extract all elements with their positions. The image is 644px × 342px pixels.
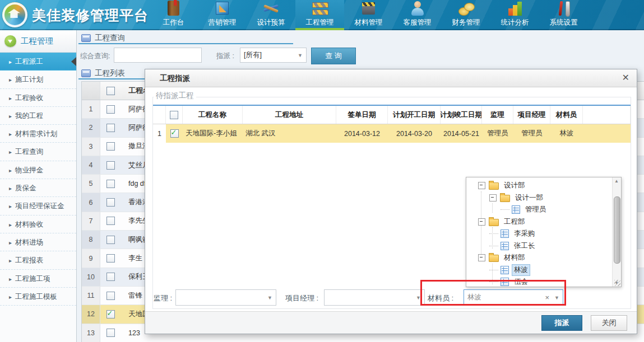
chevron-down-circle-icon [4, 35, 16, 47]
row-checkbox[interactable] [106, 292, 115, 300]
tree-node-label: 材料部 [502, 252, 527, 263]
sidebar-item-工程派工[interactable]: ▸工程派工 [0, 53, 76, 71]
app-logo-icon [2, 2, 27, 27]
supervisor-select[interactable] [175, 289, 276, 306]
scrollbar-thumb[interactable] [614, 196, 620, 264]
row-number: 2 [82, 119, 100, 137]
top-bar: 美佳装修管理平台 工作台营销管理设计预算工程管理材料管理客服管理财务管理统计分析… [0, 0, 644, 30]
select-all-checkbox[interactable] [106, 87, 115, 95]
sidebar-item-工程报表[interactable]: ▸工程报表 [0, 251, 76, 269]
tree-node-张工长[interactable]: 张工长 [466, 240, 612, 252]
nav-item-财务管理[interactable]: 财务管理 [442, 0, 490, 30]
sidebar-item-工程查询[interactable]: ▸工程查询 [0, 143, 76, 161]
list-panel-title-text: 工程列表 [95, 68, 125, 78]
row-checkbox-cell [100, 310, 121, 318]
sidebar-title: 工程管理 [21, 36, 53, 46]
row-checkbox[interactable] [106, 254, 115, 263]
manager-select[interactable] [324, 289, 425, 306]
assign-button[interactable]: 指派 [541, 315, 582, 331]
row-checkbox-cell [100, 198, 121, 207]
tree-node-工程部[interactable]: 工程部 [466, 216, 612, 228]
row-checkbox[interactable] [106, 329, 115, 337]
sidebar-item-label: 物业押金 [15, 166, 43, 174]
row-checkbox[interactable] [170, 129, 179, 138]
nav-item-系统设置[interactable]: 系统设置 [539, 0, 588, 30]
sidebar-item-工程施工模板[interactable]: ▸工程施工模板 [0, 288, 76, 306]
row-checkbox-cell [100, 292, 121, 300]
clear-icon[interactable] [545, 293, 549, 302]
sidebar-item-工程验收[interactable]: ▸工程验收 [0, 89, 76, 107]
sidebar-item-我的工程[interactable]: ▸我的工程 [0, 107, 76, 125]
pending-section-label: 待指派工程 [154, 91, 196, 101]
row-checkbox[interactable] [106, 198, 115, 207]
nav-item-工作台[interactable]: 工作台 [149, 0, 198, 30]
row-checkbox[interactable] [106, 142, 115, 151]
row-checkbox[interactable] [106, 124, 115, 132]
tree-node-伍会[interactable]: 伍会 [466, 276, 612, 287]
row-checkbox-cell [100, 161, 121, 170]
query-button[interactable]: 查 询 [311, 48, 356, 64]
material-staff-select[interactable]: 林波 [464, 289, 563, 306]
sidebar-item-工程施工项[interactable]: ▸工程施工项 [0, 270, 76, 288]
nav-item-营销管理[interactable]: 营销管理 [198, 0, 247, 30]
row-checkbox[interactable] [106, 236, 115, 244]
user-grid-icon [501, 242, 509, 250]
tree-node-管理员[interactable]: 管理员 [466, 204, 612, 216]
tree-node-设计部[interactable]: 设计部 [466, 180, 612, 192]
nav-item-客服管理[interactable]: 客服管理 [393, 0, 442, 30]
nav-item-label: 材料管理 [355, 18, 383, 27]
sidebar-item-材料进场[interactable]: ▸材料进场 [0, 233, 76, 251]
triangle-icon: ▸ [9, 203, 12, 209]
row-checkbox[interactable] [106, 217, 115, 225]
nav-item-统计分析[interactable]: 统计分析 [490, 0, 539, 30]
search-input[interactable] [114, 48, 202, 63]
nav-item-材料管理[interactable]: 材料管理 [344, 0, 393, 30]
sidebar-item-质保金[interactable]: ▸质保金 [0, 179, 76, 197]
resize-grip-icon[interactable] [614, 280, 620, 286]
dialog-header[interactable]: 工程指派 [145, 69, 637, 87]
nav-item-设计预算[interactable]: 设计预算 [247, 0, 295, 30]
tree-guide-line [492, 203, 493, 213]
sidebar-item-施工计划[interactable]: ▸施工计划 [0, 71, 76, 88]
tree-node-材料部[interactable]: 材料部 [466, 252, 612, 264]
sidebar-item-label: 工程施工项 [15, 275, 50, 283]
row-checkbox[interactable] [106, 105, 115, 114]
tree-scrollbar[interactable] [612, 177, 621, 287]
expander-minus-icon[interactable] [478, 218, 485, 226]
row-checkbox[interactable] [106, 273, 115, 281]
row-number: 9 [82, 249, 100, 267]
folder-icon [489, 182, 499, 190]
sidebar-item-项目经理保证金[interactable]: ▸项目经理保证金 [0, 197, 76, 215]
sidebar-item-材料需求计划[interactable]: ▸材料需求计划 [0, 125, 76, 143]
nav-item-工程管理[interactable]: 工程管理 [295, 0, 344, 30]
row-number: 8 [82, 231, 100, 249]
tree-node-设计一部[interactable]: 设计一部 [466, 192, 612, 204]
sidebar-item-物业押金[interactable]: ▸物业押金 [0, 161, 76, 179]
row-checkbox[interactable] [106, 161, 115, 170]
tree-node-label: 设计部 [502, 180, 527, 191]
dropdown-caret-icon [267, 295, 272, 301]
dropdown-caret-icon [298, 53, 303, 58]
tree-node-林波[interactable]: 林波 [466, 264, 612, 277]
row-checkbox-cell [100, 217, 121, 225]
close-icon[interactable]: ✕ [622, 72, 629, 83]
column-header-项目经理: 项目经理 [513, 106, 550, 124]
select-all-checkbox[interactable] [170, 111, 178, 119]
close-button[interactable]: 关闭 [591, 315, 627, 331]
material-staff-value: 林波 [467, 293, 545, 302]
column-header-工程名称: 工程名称 [183, 106, 243, 124]
row-checkbox[interactable] [106, 310, 115, 318]
expander-minus-icon[interactable] [478, 182, 485, 189]
pending-table-row[interactable]: 1天地国际-李小姐湖北 武汉2014-03-122014-03-202014-0… [153, 124, 631, 143]
expander-minus-icon[interactable] [478, 254, 485, 261]
supervisor-label: 监理 : [154, 293, 172, 303]
assign-filter-select[interactable]: [所有] [240, 48, 307, 63]
triangle-icon: ▸ [9, 95, 12, 101]
row-checkbox[interactable] [106, 180, 115, 188]
tree-node-李采购[interactable]: 李采购 [466, 228, 612, 240]
row-number: 11 [82, 287, 100, 304]
expander-minus-icon[interactable] [489, 194, 497, 202]
row-cell: 林波 [550, 124, 583, 143]
sidebar-item-材料验收[interactable]: ▸材料验收 [0, 215, 76, 233]
tree-node-label: 张工长 [512, 241, 537, 251]
